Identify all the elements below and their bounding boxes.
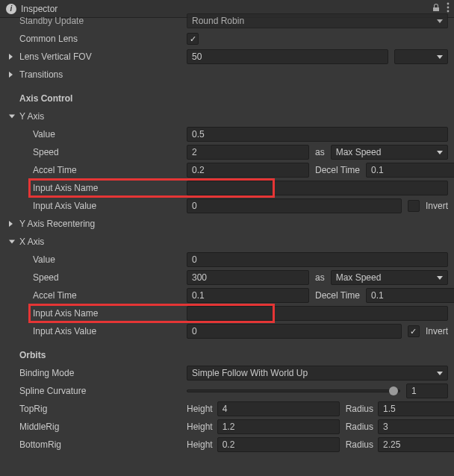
x-axis-speed-mode-select[interactable]: Max Speed bbox=[331, 270, 448, 285]
x-axis-accel-row: Accel Time Decel Time bbox=[6, 286, 448, 304]
slider-thumb-icon[interactable] bbox=[389, 386, 398, 395]
chevron-down-icon bbox=[437, 55, 443, 59]
orbit-radius-field[interactable] bbox=[378, 437, 454, 452]
orbit-rig-row: TopRigHeightRadius bbox=[6, 400, 448, 418]
y-axis-speed-mode-select[interactable]: Max Speed bbox=[331, 145, 448, 160]
y-axis-input-name-field[interactable] bbox=[187, 181, 448, 195]
y-axis-input-name-label: Input Axis Name bbox=[6, 183, 187, 193]
svg-point-1 bbox=[447, 7, 450, 9]
foldout-icon[interactable] bbox=[9, 54, 13, 60]
orbit-radius-label: Radius bbox=[346, 422, 373, 432]
y-axis-speed-field[interactable] bbox=[187, 145, 309, 160]
orbit-height-label: Height bbox=[187, 422, 213, 432]
binding-mode-row: Binding Mode Simple Follow With World Up bbox=[6, 364, 448, 382]
orbit-rig-name: MiddleRig bbox=[6, 422, 187, 432]
orbit-rig-row: MiddleRigHeightRadius bbox=[6, 418, 448, 436]
y-axis-value-field[interactable] bbox=[187, 127, 448, 142]
transitions-label: Transitions bbox=[6, 69, 187, 80]
binding-mode-select[interactable]: Simple Follow With World Up bbox=[187, 366, 448, 381]
y-axis-input-value-row: Input Axis Value Invert bbox=[6, 197, 448, 215]
common-lens-checkbox[interactable] bbox=[187, 33, 199, 45]
axis-control-header: Axis Control bbox=[6, 90, 448, 107]
svg-point-0 bbox=[447, 3, 450, 5]
x-axis-speed-row: Speed as Max Speed bbox=[6, 269, 448, 286]
chevron-down-icon bbox=[437, 372, 443, 375]
y-axis-invert-checkbox[interactable] bbox=[408, 200, 420, 212]
x-axis-speed-field[interactable] bbox=[187, 270, 309, 285]
orbit-rig-name: TopRig bbox=[6, 404, 187, 414]
y-axis-invert-label: Invert bbox=[426, 201, 448, 211]
x-axis-value-label: Value bbox=[6, 254, 187, 265]
foldout-icon[interactable] bbox=[9, 221, 13, 227]
inspector-content: Standby Update Round Robin Common Lens L… bbox=[0, 18, 454, 460]
y-axis-accel-field[interactable] bbox=[187, 163, 309, 178]
as-label: as bbox=[315, 147, 325, 157]
common-lens-label: Common Lens bbox=[6, 34, 187, 44]
lens-fov-row: Lens Vertical FOV bbox=[6, 48, 448, 66]
x-axis-decel-field[interactable] bbox=[366, 288, 454, 303]
y-axis-header: Y Axis bbox=[6, 111, 187, 122]
y-axis-decel-field[interactable] bbox=[366, 163, 454, 178]
y-axis-speed-label: Speed bbox=[6, 147, 187, 157]
foldout-icon[interactable] bbox=[9, 115, 15, 119]
y-axis-accel-row: Accel Time Decel Time bbox=[6, 161, 448, 179]
spline-curvature-field[interactable] bbox=[406, 383, 448, 398]
x-axis-header: X Axis bbox=[6, 237, 187, 247]
y-axis-recentering-label: Y Axis Recentering bbox=[6, 219, 187, 229]
orbit-radius-label: Radius bbox=[346, 404, 373, 414]
x-axis-input-name-label: Input Axis Name bbox=[6, 308, 187, 319]
foldout-icon[interactable] bbox=[9, 72, 13, 78]
chevron-down-icon bbox=[437, 276, 443, 280]
x-axis-invert-label: Invert bbox=[426, 326, 448, 336]
orbit-radius-label: Radius bbox=[346, 439, 373, 450]
orbits-header: Orbits bbox=[6, 350, 187, 360]
orbit-height-field[interactable] bbox=[217, 401, 340, 416]
orbit-height-label: Height bbox=[187, 439, 213, 450]
x-axis-input-value-field[interactable] bbox=[187, 324, 402, 339]
y-axis-header-row: Y Axis bbox=[6, 107, 448, 125]
y-axis-value-row: Value bbox=[6, 125, 448, 143]
orbit-radius-field[interactable] bbox=[378, 401, 454, 416]
lens-fov-label: Lens Vertical FOV bbox=[6, 51, 187, 62]
x-axis-input-name-row: Input Axis Name bbox=[6, 304, 448, 322]
y-axis-input-name-row: Input Axis Name bbox=[6, 179, 448, 197]
orbit-height-field[interactable] bbox=[217, 419, 340, 434]
y-axis-input-value-field[interactable] bbox=[187, 198, 402, 213]
lens-fov-field[interactable] bbox=[187, 49, 388, 64]
x-axis-value-field[interactable] bbox=[187, 252, 448, 267]
x-axis-value-row: Value bbox=[6, 251, 448, 269]
y-axis-accel-label: Accel Time bbox=[6, 165, 187, 175]
transitions-row: Transitions bbox=[6, 66, 448, 84]
standby-update-row: Standby Update Round Robin bbox=[6, 12, 448, 30]
orbit-radius-field[interactable] bbox=[378, 419, 454, 434]
lens-fov-preset-select[interactable] bbox=[394, 49, 448, 64]
chevron-down-icon bbox=[437, 19, 443, 23]
x-axis-accel-label: Accel Time bbox=[6, 290, 187, 301]
x-axis-speed-label: Speed bbox=[6, 272, 187, 283]
x-axis-input-name-field[interactable] bbox=[187, 306, 448, 321]
standby-update-label: Standby Update bbox=[6, 16, 187, 26]
y-axis-input-value-label: Input Axis Value bbox=[6, 201, 187, 211]
x-axis-invert-checkbox[interactable] bbox=[408, 325, 420, 337]
orbit-rig-name: BottomRig bbox=[6, 439, 187, 450]
y-axis-value-label: Value bbox=[6, 129, 187, 140]
y-axis-speed-row: Speed as Max Speed bbox=[6, 143, 448, 161]
orbit-height-field[interactable] bbox=[217, 437, 340, 452]
spline-curvature-label: Spline Curvature bbox=[6, 386, 187, 396]
x-axis-header-row: X Axis bbox=[6, 233, 448, 251]
as-label: as bbox=[315, 272, 325, 283]
spline-curvature-row: Spline Curvature bbox=[6, 382, 448, 400]
chevron-down-icon bbox=[437, 151, 443, 154]
x-axis-input-value-row: Input Axis Value Invert bbox=[6, 322, 448, 340]
x-axis-input-value-label: Input Axis Value bbox=[6, 326, 187, 336]
spline-curvature-slider[interactable] bbox=[187, 383, 400, 398]
foldout-icon[interactable] bbox=[9, 240, 15, 244]
binding-mode-label: Binding Mode bbox=[6, 368, 187, 378]
common-lens-row: Common Lens bbox=[6, 30, 448, 48]
y-axis-decel-label: Decel Time bbox=[315, 165, 360, 175]
x-axis-accel-field[interactable] bbox=[187, 288, 309, 303]
orbit-rig-row: BottomRigHeightRadius bbox=[6, 436, 448, 454]
orbits-header-row: Orbits bbox=[6, 346, 448, 364]
standby-update-select[interactable]: Round Robin bbox=[187, 13, 448, 28]
y-axis-recentering-row: Y Axis Recentering bbox=[6, 215, 448, 233]
